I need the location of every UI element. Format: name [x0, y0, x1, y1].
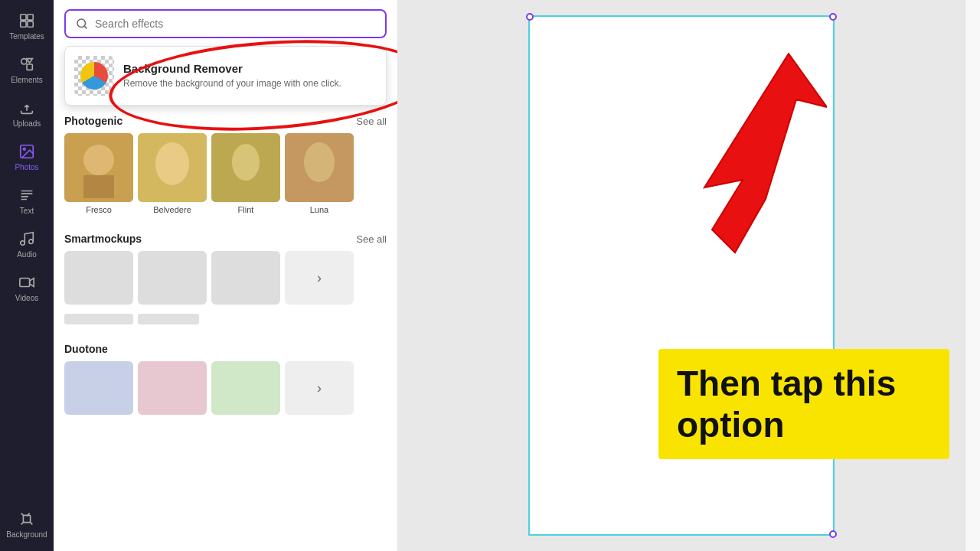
corner-handle-tr[interactable]: [829, 13, 837, 21]
photo-item-flint[interactable]: Flint: [211, 133, 280, 214]
duotone-thumb-3[interactable]: [211, 361, 280, 415]
sidebar-item-background[interactable]: Background: [4, 504, 50, 545]
photogenic-grid: Fresco Belvedere Flint: [54, 133, 397, 223]
sidebar-item-templates[interactable]: Templates: [4, 6, 50, 47]
svg-rect-1: [28, 15, 33, 20]
duotone-thumb-2[interactable]: [138, 361, 207, 415]
sidebar-photos-label: Photos: [15, 163, 38, 171]
sidebar-uploads-label: Uploads: [13, 119, 41, 128]
photo-label-fresco: Fresco: [86, 205, 112, 214]
svg-point-4: [21, 59, 27, 64]
photo-thumb-belvedere[interactable]: [138, 133, 207, 202]
photogenic-header: Photogenic See all: [54, 106, 397, 133]
belvedere-preview: [138, 133, 207, 202]
photogenic-see-all[interactable]: See all: [356, 116, 387, 127]
smartmockups-header: Smartmockups See all: [54, 223, 397, 251]
photo-item-belvedere[interactable]: Belvedere: [138, 133, 207, 214]
mockup-more-arrow: ›: [317, 270, 322, 286]
photo-label-belvedere: Belvedere: [153, 205, 191, 214]
effects-panel: Background Remover Remove the background…: [54, 0, 398, 551]
smartmockups-grid: ›: [54, 251, 397, 311]
svg-rect-16: [83, 175, 114, 198]
sidebar-audio-label: Audio: [17, 250, 37, 259]
photo-item-luna[interactable]: Luna: [285, 133, 354, 214]
duotone-grid: ›: [54, 361, 397, 421]
search-input-wrapper[interactable]: [64, 9, 387, 38]
canvas-area: Then tap this option: [398, 0, 965, 551]
svg-rect-5: [27, 64, 32, 70]
sidebar-item-videos[interactable]: Videos: [4, 268, 50, 308]
suggestion-title: Background Remover: [123, 62, 341, 75]
sidebar-background-label: Background: [6, 530, 47, 539]
duotone-title: Duotone: [64, 343, 108, 355]
corner-handle-br[interactable]: [829, 530, 837, 538]
svg-point-8: [23, 148, 25, 150]
corner-handle-tl[interactable]: [526, 13, 534, 21]
mockup-label-2: [138, 314, 199, 324]
svg-marker-6: [27, 59, 32, 64]
sidebar-videos-label: Videos: [15, 294, 38, 302]
suggestion-text: Background Remover Remove the background…: [123, 62, 341, 90]
flint-preview: [211, 133, 280, 202]
search-bar: [54, 0, 397, 44]
suggestion-description: Remove the background of your image with…: [123, 77, 341, 90]
svg-rect-2: [21, 21, 26, 27]
background-remover-icon: [74, 56, 114, 96]
photos-icon: [18, 143, 35, 160]
svg-point-13: [77, 19, 86, 28]
mockup-thumb-1[interactable]: [64, 251, 133, 305]
svg-rect-11: [20, 279, 30, 287]
svg-point-15: [83, 145, 114, 175]
text-icon: [18, 187, 35, 204]
mockup-label-1: [64, 314, 133, 324]
svg-point-10: [29, 240, 34, 244]
sidebar: Templates Elements Uploads Photos Text: [0, 0, 54, 551]
smartmockups-see-all[interactable]: See all: [356, 233, 387, 245]
search-icon: [75, 17, 89, 31]
svg-point-9: [21, 241, 25, 246]
svg-point-22: [304, 142, 335, 182]
right-panel: [965, 0, 980, 551]
photo-thumb-luna[interactable]: [285, 133, 354, 202]
sidebar-item-uploads[interactable]: Uploads: [4, 93, 50, 134]
videos-icon: [18, 274, 35, 291]
templates-icon: [18, 12, 35, 29]
fresco-preview: [64, 133, 133, 202]
audio-icon: [18, 230, 35, 247]
mockup-thumb-more[interactable]: ›: [285, 251, 354, 305]
duotone-thumb-more[interactable]: ›: [285, 361, 354, 415]
svg-point-20: [232, 144, 260, 181]
background-icon: [18, 510, 35, 527]
sidebar-item-elements[interactable]: Elements: [4, 50, 50, 90]
photo-thumb-flint[interactable]: [211, 133, 280, 202]
photo-label-luna: Luna: [310, 205, 328, 214]
svg-rect-12: [23, 515, 30, 522]
duotone-thumb-1[interactable]: [64, 361, 133, 415]
photo-item-fresco[interactable]: Fresco: [64, 133, 133, 214]
sidebar-item-audio[interactable]: Audio: [4, 224, 50, 265]
svg-point-18: [155, 142, 189, 185]
photogenic-title: Photogenic: [64, 115, 122, 127]
duotone-more-arrow: ›: [317, 380, 322, 396]
background-remover-suggestion[interactable]: Background Remover Remove the background…: [64, 46, 387, 106]
sidebar-templates-label: Templates: [9, 32, 44, 41]
annotation-banner: Then tap this option: [658, 349, 949, 459]
svg-rect-3: [28, 21, 33, 27]
search-input[interactable]: [95, 18, 376, 30]
sidebar-text-label: Text: [20, 207, 34, 215]
mockup-labels: [54, 311, 397, 334]
photo-label-flint: Flint: [238, 205, 254, 214]
sidebar-elements-label: Elements: [11, 76, 43, 84]
svg-rect-0: [21, 15, 26, 20]
mockup-thumb-2[interactable]: [138, 251, 207, 305]
mockup-thumb-3[interactable]: [211, 251, 280, 305]
sidebar-item-text[interactable]: Text: [4, 181, 50, 221]
smartmockups-title: Smartmockups: [64, 233, 142, 245]
duotone-header: Duotone: [54, 334, 397, 361]
annotation-text: Then tap this option: [677, 364, 896, 445]
luna-preview: [285, 133, 354, 202]
photo-thumb-fresco[interactable]: [64, 133, 133, 202]
elements-icon: [18, 56, 35, 73]
uploads-icon: [18, 99, 35, 116]
sidebar-item-photos[interactable]: Photos: [4, 137, 50, 178]
